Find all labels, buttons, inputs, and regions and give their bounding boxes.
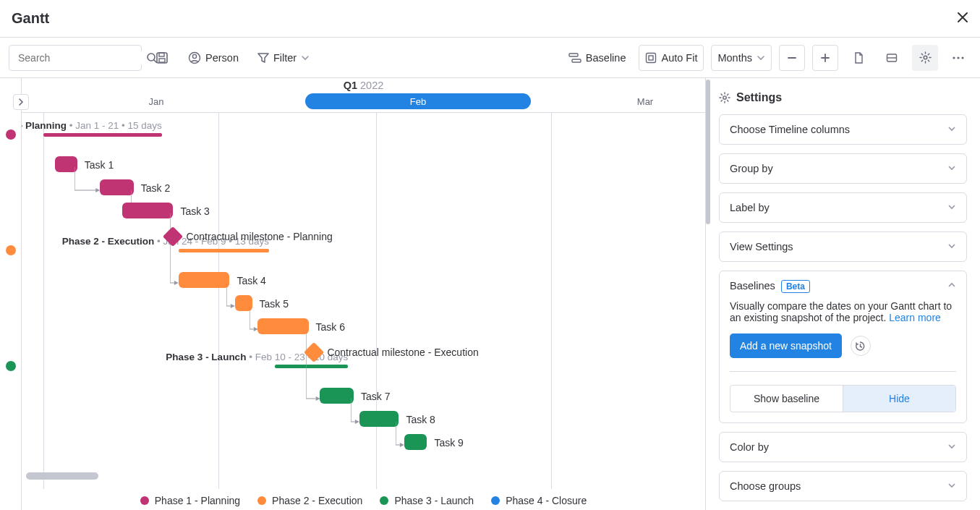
task-label: Task 2 xyxy=(141,182,170,194)
document-icon xyxy=(853,52,864,64)
person-label: Person xyxy=(205,52,239,64)
time-unit-value: Months xyxy=(717,52,752,64)
legend: Phase 1 - PlanningPhase 2 - ExecutionPha… xyxy=(22,495,705,507)
svg-point-12 xyxy=(953,56,955,59)
baseline-label: Baseline xyxy=(586,52,626,64)
chevron-down-icon xyxy=(947,202,956,213)
zoom-in-button[interactable] xyxy=(812,45,838,71)
task-label: Task 3 xyxy=(180,205,209,217)
beta-badge: Beta xyxy=(781,280,810,293)
save-button[interactable] xyxy=(149,45,175,71)
rail-color-dot xyxy=(6,245,16,255)
task-bar[interactable]: Task 3 xyxy=(122,203,173,218)
person-icon xyxy=(188,51,201,64)
section-color-by[interactable]: Color by xyxy=(719,432,967,462)
chevron-down-icon xyxy=(301,54,310,62)
chevron-down-icon xyxy=(757,54,765,62)
task-bar[interactable]: Task 6 xyxy=(257,318,308,334)
month-feb[interactable]: Feb xyxy=(305,93,531,109)
history-icon[interactable] xyxy=(851,336,871,356)
autofit-label: Auto Fit xyxy=(661,52,697,64)
rail-color-dot xyxy=(6,361,16,371)
show-baseline-button[interactable]: Show baseline xyxy=(730,386,843,412)
person-filter-button[interactable]: Person xyxy=(182,45,244,71)
svg-rect-9 xyxy=(649,56,653,60)
svg-point-15 xyxy=(723,96,726,99)
rail-color-dot xyxy=(6,129,16,140)
task-bar[interactable]: Task 4 xyxy=(179,272,229,288)
quarter-label: Q1 2022 xyxy=(22,80,705,91)
hide-baseline-button[interactable]: Hide xyxy=(843,386,955,412)
more-button[interactable] xyxy=(945,45,971,71)
month-jan[interactable]: Jan xyxy=(43,93,269,109)
plus-icon xyxy=(820,53,830,63)
task-label: Task 5 xyxy=(260,298,289,310)
search-input-wrapper[interactable] xyxy=(9,45,142,71)
minus-icon xyxy=(787,53,797,63)
baseline-button[interactable]: Baseline xyxy=(563,45,632,71)
gear-icon xyxy=(719,92,730,103)
svg-rect-7 xyxy=(572,59,581,62)
task-bar[interactable]: Task 9 xyxy=(404,434,427,450)
legend-item[interactable]: Phase 3 - Launch xyxy=(380,495,474,506)
legend-item[interactable]: Phase 2 - Execution xyxy=(257,495,362,506)
gantt-chart[interactable]: Q1 2022 JanFebMar Phase 1 - Planning • J… xyxy=(22,78,705,510)
legend-item[interactable]: Phase 1 - Planning xyxy=(140,495,240,506)
split-icon xyxy=(886,52,898,64)
svg-point-5 xyxy=(192,54,196,58)
section-timeline-columns[interactable]: Choose Timeline columns xyxy=(719,114,967,145)
save-icon xyxy=(155,51,169,64)
section-view-settings[interactable]: View Settings xyxy=(719,231,967,262)
filter-button[interactable]: Filter xyxy=(252,45,315,71)
settings-title: Settings xyxy=(719,91,967,104)
task-bar[interactable]: Task 2 xyxy=(100,179,134,195)
filter-label: Filter xyxy=(273,52,297,64)
baseline-visibility-toggle: Show baseline Hide xyxy=(730,385,956,412)
chevron-up-icon xyxy=(947,280,956,292)
task-bar[interactable]: Task 7 xyxy=(320,388,354,404)
panel-scrollbar[interactable] xyxy=(706,80,710,224)
settings-button[interactable] xyxy=(912,45,938,71)
filter-icon xyxy=(257,52,269,64)
svg-point-13 xyxy=(957,56,959,59)
section-baselines-header[interactable]: BaselinesBeta xyxy=(720,271,966,300)
section-baselines: BaselinesBeta Visually compare the dates… xyxy=(719,271,967,423)
zoom-out-button[interactable] xyxy=(779,45,805,71)
chevron-down-icon xyxy=(947,163,956,174)
gear-icon xyxy=(919,51,932,64)
task-label: Task 4 xyxy=(237,275,265,286)
settings-panel: Settings Choose Timeline columns Group b… xyxy=(705,78,980,510)
page-title: Gantt xyxy=(12,10,49,27)
svg-point-11 xyxy=(924,56,927,59)
task-label: Task 9 xyxy=(434,437,463,449)
svg-rect-1 xyxy=(157,53,167,63)
autofit-icon xyxy=(645,52,657,64)
month-mar[interactable]: Mar xyxy=(532,93,705,109)
export-button[interactable] xyxy=(845,45,872,71)
baseline-icon xyxy=(568,53,581,63)
search-input[interactable] xyxy=(17,51,146,64)
close-icon xyxy=(957,12,968,23)
phase-bar[interactable]: Phase 2 - Execution • Jan 24 - Feb 9 • 1… xyxy=(179,249,269,252)
task-label: Task 7 xyxy=(361,391,390,402)
section-choose-groups[interactable]: Choose groups xyxy=(719,471,967,501)
time-unit-select[interactable]: Months xyxy=(711,45,772,71)
task-label: Task 8 xyxy=(406,414,435,425)
section-group-by[interactable]: Group by xyxy=(719,153,967,184)
learn-more-link[interactable]: Learn more xyxy=(889,312,941,323)
close-button[interactable] xyxy=(957,10,968,27)
legend-item[interactable]: Phase 4 - Closure xyxy=(491,495,587,506)
dots-icon xyxy=(953,56,964,59)
autofit-button[interactable]: Auto Fit xyxy=(639,45,704,71)
split-view-button[interactable] xyxy=(879,45,905,71)
horizontal-scrollbar[interactable] xyxy=(26,472,98,480)
milestone-label: Contractual milestone - Execution xyxy=(327,347,478,358)
add-snapshot-button[interactable]: Add a new snapshot xyxy=(730,333,842,358)
chevron-down-icon xyxy=(947,124,956,135)
section-label-by[interactable]: Label by xyxy=(719,192,967,223)
phase-bar[interactable]: Phase 1 - Planning • Jan 1 - 21 • 15 day… xyxy=(43,133,162,137)
gantt-body[interactable]: Phase 1 - Planning • Jan 1 - 21 • 15 day… xyxy=(22,113,705,489)
task-bar[interactable]: Task 8 xyxy=(359,411,399,427)
phase-label: Phase 1 - Planning • Jan 1 - 21 • 15 day… xyxy=(22,120,162,131)
svg-rect-6 xyxy=(569,54,578,56)
